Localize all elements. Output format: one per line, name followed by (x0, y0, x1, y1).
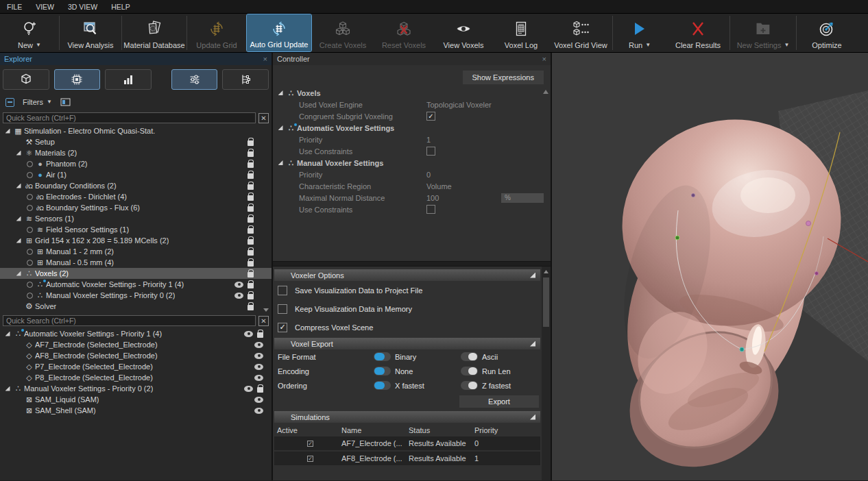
tree-item[interactable]: Stimulation - Electro Ohmic Quasi-Stat. (0, 125, 272, 136)
eye-icon[interactable] (254, 397, 263, 403)
tree-item[interactable]: Manual Voxeler Settings - Priority 0 (2) (0, 290, 272, 301)
scrollbar[interactable] (542, 267, 551, 480)
property-row[interactable]: Use Constraints (276, 204, 551, 215)
tree-item[interactable]: AF7_Electrode (Selected_Electrode) (0, 339, 272, 350)
tree-item[interactable]: SAM_Shell (SAM) (0, 405, 272, 416)
view-button-simulation[interactable] (54, 69, 101, 90)
eye-icon[interactable] (254, 353, 263, 359)
view-button-structure[interactable] (222, 69, 269, 90)
tree-item[interactable]: Grid 154 x 162 x 208 = 5.189 MCells (2) (0, 235, 272, 246)
menu-file[interactable]: FILE (7, 3, 22, 11)
expander-icon[interactable] (25, 282, 34, 288)
tree-item[interactable]: Automatic Voxeler Settings - Priority 1 … (0, 328, 272, 339)
toggle-off-icon[interactable] (461, 381, 478, 390)
eye-icon[interactable] (234, 282, 243, 288)
tree-item[interactable]: Manual Voxeler Settings - Priority 0 (2) (0, 383, 272, 394)
active-checkbox[interactable] (307, 441, 313, 447)
viewport-3d[interactable] (552, 53, 868, 480)
filter-indeterminate-checkbox[interactable] (5, 98, 14, 107)
lock-icon[interactable] (248, 239, 254, 245)
tree-item[interactable]: Manual - 0.5 mm (4) (0, 257, 272, 268)
lock-icon[interactable] (248, 184, 254, 190)
expander-icon[interactable] (3, 332, 12, 336)
tree-item[interactable]: Sensors (1) (0, 213, 272, 224)
voxeler-options-section-bar[interactable]: Voxeler Options (274, 269, 540, 281)
optimize-button[interactable]: Optimize (797, 14, 857, 52)
lock-icon[interactable] (248, 228, 254, 234)
expander-icon[interactable] (25, 249, 34, 255)
close-icon[interactable]: × (263, 55, 267, 63)
tree-item[interactable]: P7_Electrode (Selected_Electrode) (0, 361, 272, 372)
lock-icon[interactable] (248, 140, 254, 146)
property-row[interactable]: Used Voxel Engine Topological Voxeler (276, 99, 551, 110)
auto-grid-update-button[interactable]: Auto Grid Update (247, 14, 311, 51)
expander-icon[interactable] (25, 172, 34, 178)
voxel-log-button[interactable]: Voxel Log (493, 14, 549, 52)
clear-search-icon[interactable]: ✕ (258, 113, 269, 123)
tree-item[interactable]: Voxels (2) (0, 268, 272, 279)
toggle-off-icon[interactable] (461, 367, 478, 375)
expander-icon[interactable] (3, 386, 12, 391)
clear-results-button[interactable]: Clear Results (666, 14, 730, 52)
new-button[interactable]: New▼ (0, 14, 59, 52)
lock-icon[interactable] (248, 195, 254, 201)
toggle-on-icon[interactable] (374, 381, 391, 390)
tree-item[interactable]: Materials (2) (0, 147, 272, 158)
tree-item[interactable]: Air (1) (0, 169, 272, 180)
lock-icon[interactable] (257, 387, 263, 393)
option-checkbox[interactable] (278, 286, 287, 295)
lock-icon[interactable] (248, 294, 254, 299)
expander-icon[interactable] (14, 238, 23, 243)
lock-icon[interactable] (248, 217, 254, 223)
voxel-export-section-bar[interactable]: Voxel Export (274, 338, 540, 349)
eye-icon[interactable] (254, 375, 263, 381)
lock-icon[interactable] (248, 151, 254, 157)
lock-icon[interactable] (248, 206, 254, 212)
active-checkbox[interactable] (307, 456, 313, 462)
view-voxels-button[interactable]: View Voxels (434, 14, 493, 52)
export-button[interactable]: Export (459, 395, 539, 408)
view-button-analysis[interactable] (105, 69, 152, 90)
voxel-grid-view-button[interactable]: Voxel Grid View (549, 14, 612, 52)
lock-icon[interactable] (248, 173, 254, 179)
search-input[interactable] (3, 112, 256, 123)
expander-icon[interactable] (14, 184, 23, 188)
lock-icon[interactable] (248, 250, 254, 256)
menu-3d-view[interactable]: 3D VIEW (68, 3, 97, 11)
tree-item[interactable]: Boundary Conditions (2) (0, 180, 272, 191)
tree-item[interactable]: SAM_Liquid (SAM) (0, 394, 272, 405)
expander-icon[interactable] (25, 161, 34, 167)
tree-item[interactable]: P8_Electrode (Selected_Electrode) (0, 372, 272, 383)
run-button[interactable]: Run▼ (613, 14, 666, 52)
tree-item[interactable]: Electrodes - Dirichlet (4) (0, 191, 272, 202)
eye-icon[interactable] (254, 408, 263, 414)
expander-icon[interactable] (14, 271, 23, 276)
view-button-model[interactable] (3, 69, 49, 90)
menu-help[interactable]: HELP (111, 3, 130, 11)
simulations-section-bar[interactable]: Simulations (274, 411, 540, 423)
view-button-properties[interactable] (171, 69, 218, 90)
property-checkbox[interactable] (426, 112, 435, 121)
eye-icon[interactable] (244, 331, 253, 337)
table-row[interactable]: AF7_Electrode (... Results Available 0 (274, 436, 540, 450)
tree-item[interactable]: Solver (0, 301, 272, 312)
filters-dropdown[interactable]: Filters▼ (23, 98, 52, 106)
expander-icon[interactable] (25, 194, 34, 200)
lock-icon[interactable] (248, 272, 254, 278)
toggle-on-icon[interactable] (374, 367, 391, 375)
chevron-down-icon[interactable]: ▼ (645, 42, 651, 48)
tree-item[interactable]: Manual 1 - 2 mm (2) (0, 246, 272, 257)
close-icon[interactable]: × (542, 55, 546, 63)
clear-search-icon[interactable]: ✕ (258, 316, 269, 326)
property-row[interactable]: Voxels (276, 87, 551, 99)
eye-icon[interactable] (244, 386, 253, 392)
chevron-down-icon[interactable]: ▼ (36, 42, 41, 48)
view-analysis-button[interactable]: View Analysis (60, 14, 121, 52)
property-row[interactable]: Manual Voxeler Settings (276, 157, 551, 169)
tree-item[interactable]: Field Sensor Settings (1) (0, 224, 272, 235)
property-row[interactable]: Congruent Subgrid Voxeling (276, 110, 551, 122)
lock-icon[interactable] (248, 305, 254, 310)
option-checkbox[interactable] (278, 304, 287, 314)
eye-icon[interactable] (254, 364, 263, 370)
expander-icon[interactable] (276, 160, 285, 165)
